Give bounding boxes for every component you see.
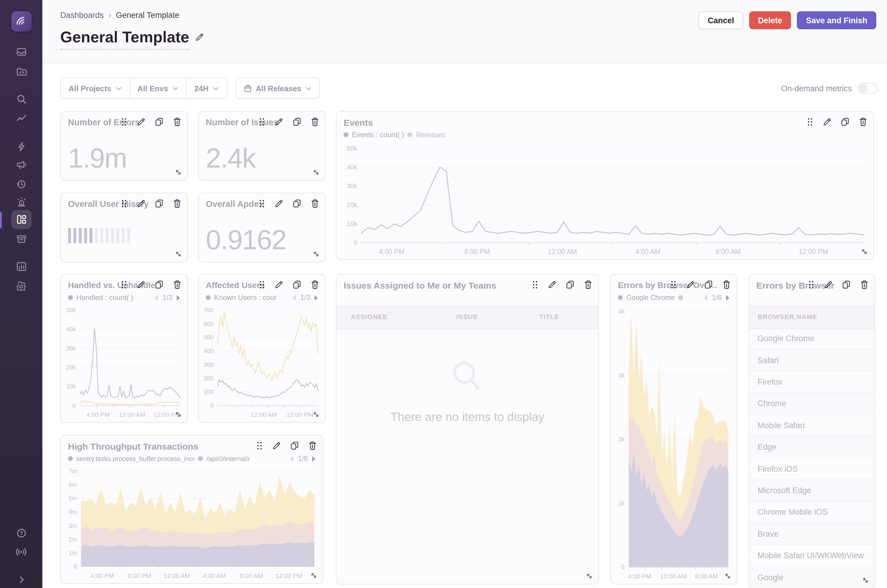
duplicate-widget-icon[interactable] [292, 117, 302, 126]
resize-handle[interactable] [309, 571, 318, 580]
legend-label[interactable]: sentry.tasks.process_buffer.process_incr [77, 455, 195, 462]
resize-handle[interactable] [312, 410, 320, 418]
widget-events[interactable]: Events Events : count( )Releases 010k20k… [336, 111, 874, 260]
widget-overall-user-misery[interactable]: Overall User Misery [60, 193, 188, 262]
delete-widget-icon[interactable] [722, 280, 731, 289]
drag-handle-icon[interactable] [256, 441, 263, 450]
breadcrumb-dashboards-link[interactable]: Dashboards [60, 11, 104, 20]
drag-handle-icon[interactable] [258, 117, 266, 126]
resize-handle[interactable] [312, 168, 320, 177]
edit-widget-icon[interactable] [548, 280, 557, 289]
duplicate-widget-icon[interactable] [842, 280, 851, 289]
drag-handle-icon[interactable] [120, 117, 128, 126]
whats-new-broadcast-icon[interactable] [11, 542, 31, 561]
resize-handle[interactable] [860, 248, 869, 256]
duplicate-widget-icon[interactable] [840, 117, 850, 126]
legend-label[interactable]: Events : count( ) [352, 130, 404, 139]
edit-widget-icon[interactable] [137, 117, 146, 126]
delete-widget-icon[interactable] [173, 117, 181, 126]
releases-filter-dropdown[interactable]: All Releases [235, 78, 320, 99]
widget-high-throughput-transactions[interactable]: High Throughput Transactions sentry.task… [60, 435, 323, 584]
duplicate-widget-icon[interactable] [155, 199, 164, 208]
edit-widget-icon[interactable] [272, 441, 281, 450]
sidebar-item-dashboards[interactable] [11, 210, 31, 229]
sidebar-item-performance[interactable] [11, 109, 31, 128]
delete-widget-icon[interactable] [859, 117, 867, 126]
delete-widget-icon[interactable] [308, 441, 317, 450]
cancel-button[interactable]: Cancel [699, 11, 743, 29]
resize-handle[interactable] [174, 168, 183, 177]
resize-handle[interactable] [723, 572, 732, 580]
drag-handle-icon[interactable] [807, 280, 815, 289]
drag-handle-icon[interactable] [531, 280, 539, 289]
delete-widget-icon[interactable] [311, 280, 319, 289]
delete-widget-icon[interactable] [311, 117, 319, 126]
widget-errors-by-browser-over-time[interactable]: Errors by Browser Ove… Google Chrome1/6 … [610, 274, 737, 584]
sidebar-item-alerts[interactable] [11, 193, 31, 212]
drag-handle-icon[interactable] [120, 199, 128, 208]
environments-filter-dropdown[interactable]: All Envs [130, 78, 186, 98]
page-title[interactable]: General Template [60, 28, 189, 50]
widget-handled-vs-unhandled[interactable]: Handled vs. Unhandled Handled : count( )… [60, 274, 188, 423]
edit-widget-icon[interactable] [824, 280, 833, 289]
date-range-filter-dropdown[interactable]: 24H [187, 78, 227, 98]
edit-widget-icon[interactable] [275, 199, 283, 208]
sentry-logo-icon[interactable] [11, 11, 31, 32]
delete-widget-icon[interactable] [173, 280, 181, 289]
on-demand-metrics-toggle[interactable] [858, 83, 878, 94]
duplicate-widget-icon[interactable] [155, 280, 164, 289]
duplicate-widget-icon[interactable] [292, 280, 302, 289]
edit-widget-icon[interactable] [822, 117, 831, 126]
resize-handle[interactable] [174, 250, 183, 258]
edit-widget-icon[interactable] [275, 117, 283, 126]
sidebar-item-projects[interactable] [11, 62, 31, 81]
legend-label[interactable]: /api/0/internal/r [207, 455, 250, 462]
edit-title-pencil-icon[interactable] [195, 33, 204, 44]
sidebar-item-settings[interactable] [11, 277, 31, 296]
legend-label[interactable]: Releases [416, 130, 446, 139]
edit-widget-icon[interactable] [137, 280, 146, 289]
sidebar-item-issues[interactable] [11, 42, 31, 62]
duplicate-widget-icon[interactable] [704, 280, 713, 289]
edit-widget-icon[interactable] [275, 280, 283, 289]
resize-handle[interactable] [174, 410, 183, 418]
widget-affected-users[interactable]: Affected Users Known Users : cour1/3 010… [198, 274, 326, 423]
delete-widget-icon[interactable] [311, 199, 319, 208]
legend-label[interactable]: Google Chrome [626, 294, 675, 301]
edit-widget-icon[interactable] [686, 280, 695, 289]
help-icon[interactable]: ? [11, 524, 31, 543]
sidebar-item-replays[interactable] [11, 175, 31, 194]
delete-button[interactable]: Delete [749, 11, 791, 29]
legend-label[interactable]: Handled : count( ) [77, 293, 133, 302]
widget-number-of-errors[interactable]: Number of Errors 1.9m [60, 111, 188, 181]
projects-filter-dropdown[interactable]: All Projects [61, 78, 129, 98]
drag-handle-icon[interactable] [670, 280, 677, 289]
delete-widget-icon[interactable] [860, 280, 869, 289]
resize-handle[interactable] [861, 576, 870, 584]
duplicate-widget-icon[interactable] [290, 441, 299, 450]
sidebar-item-releases[interactable] [11, 230, 31, 249]
resize-handle[interactable] [312, 250, 320, 258]
sidebar-item-discover[interactable] [11, 90, 31, 108]
delete-widget-icon[interactable] [584, 280, 592, 289]
save-and-finish-button[interactable]: Save and Finish [797, 11, 876, 29]
sidebar-collapse-icon[interactable] [11, 570, 31, 588]
duplicate-widget-icon[interactable] [292, 199, 302, 208]
edit-widget-icon[interactable] [137, 199, 146, 208]
widget-issues-assigned[interactable]: Issues Assigned to Me or My Teams ASSIGN… [336, 274, 599, 584]
duplicate-widget-icon[interactable] [155, 117, 164, 126]
legend-label[interactable]: Known Users : cour [214, 293, 276, 302]
drag-handle-icon[interactable] [258, 280, 266, 289]
delete-widget-icon[interactable] [173, 199, 181, 208]
sidebar-item-feedback[interactable] [11, 155, 31, 174]
drag-handle-icon[interactable] [806, 117, 813, 126]
drag-handle-icon[interactable] [120, 280, 128, 289]
sidebar-item-stats[interactable] [11, 257, 31, 276]
widget-errors-by-browser-table[interactable]: Errors by Browser BROWSER.NAME Google Ch… [749, 274, 875, 588]
widget-number-of-issues[interactable]: Number of Issues 2.4k [198, 111, 326, 181]
sidebar-item-quick-start[interactable] [11, 137, 31, 156]
duplicate-widget-icon[interactable] [566, 280, 575, 289]
widget-overall-apdex[interactable]: Overall Apdex 0.9162 [198, 193, 326, 262]
drag-handle-icon[interactable] [258, 199, 266, 208]
resize-handle[interactable] [585, 572, 593, 580]
